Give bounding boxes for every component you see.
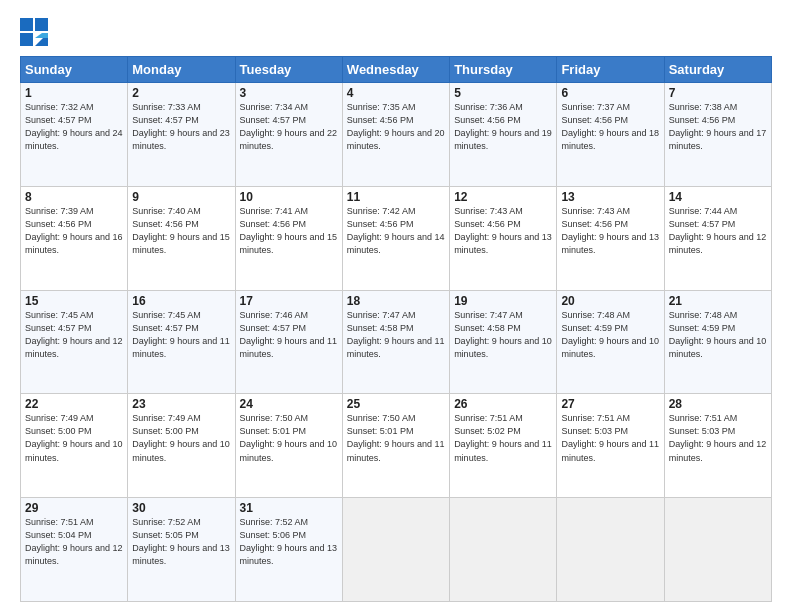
day-number: 27 [561,397,659,411]
calendar-cell: 20Sunrise: 7:48 AMSunset: 4:59 PMDayligh… [557,290,664,394]
calendar-cell: 5Sunrise: 7:36 AMSunset: 4:56 PMDaylight… [450,83,557,187]
day-number: 24 [240,397,338,411]
day-number: 4 [347,86,445,100]
day-number: 20 [561,294,659,308]
cell-info: Sunrise: 7:44 AMSunset: 4:57 PMDaylight:… [669,205,767,257]
calendar-cell: 12Sunrise: 7:43 AMSunset: 4:56 PMDayligh… [450,186,557,290]
cell-info: Sunrise: 7:50 AMSunset: 5:01 PMDaylight:… [347,412,445,464]
cell-info: Sunrise: 7:40 AMSunset: 4:56 PMDaylight:… [132,205,230,257]
day-number: 12 [454,190,552,204]
svg-rect-1 [35,18,48,31]
cell-info: Sunrise: 7:43 AMSunset: 4:56 PMDaylight:… [561,205,659,257]
day-number: 17 [240,294,338,308]
logo [20,18,52,46]
cell-info: Sunrise: 7:49 AMSunset: 5:00 PMDaylight:… [132,412,230,464]
calendar-cell [450,498,557,602]
calendar-cell: 15Sunrise: 7:45 AMSunset: 4:57 PMDayligh… [21,290,128,394]
cell-info: Sunrise: 7:39 AMSunset: 4:56 PMDaylight:… [25,205,123,257]
day-header-saturday: Saturday [664,57,771,83]
calendar-cell: 22Sunrise: 7:49 AMSunset: 5:00 PMDayligh… [21,394,128,498]
day-number: 23 [132,397,230,411]
cell-info: Sunrise: 7:45 AMSunset: 4:57 PMDaylight:… [132,309,230,361]
logo-icon [20,18,48,46]
day-header-monday: Monday [128,57,235,83]
calendar-cell: 30Sunrise: 7:52 AMSunset: 5:05 PMDayligh… [128,498,235,602]
calendar-week-1: 1Sunrise: 7:32 AMSunset: 4:57 PMDaylight… [21,83,772,187]
day-number: 9 [132,190,230,204]
calendar-week-2: 8Sunrise: 7:39 AMSunset: 4:56 PMDaylight… [21,186,772,290]
calendar-cell: 23Sunrise: 7:49 AMSunset: 5:00 PMDayligh… [128,394,235,498]
calendar-table: SundayMondayTuesdayWednesdayThursdayFrid… [20,56,772,602]
cell-info: Sunrise: 7:34 AMSunset: 4:57 PMDaylight:… [240,101,338,153]
calendar-week-5: 29Sunrise: 7:51 AMSunset: 5:04 PMDayligh… [21,498,772,602]
day-number: 13 [561,190,659,204]
svg-rect-2 [20,33,33,46]
calendar-cell [342,498,449,602]
calendar-cell: 7Sunrise: 7:38 AMSunset: 4:56 PMDaylight… [664,83,771,187]
calendar-cell: 26Sunrise: 7:51 AMSunset: 5:02 PMDayligh… [450,394,557,498]
day-number: 22 [25,397,123,411]
cell-info: Sunrise: 7:35 AMSunset: 4:56 PMDaylight:… [347,101,445,153]
day-number: 25 [347,397,445,411]
calendar-cell: 17Sunrise: 7:46 AMSunset: 4:57 PMDayligh… [235,290,342,394]
calendar-cell: 31Sunrise: 7:52 AMSunset: 5:06 PMDayligh… [235,498,342,602]
cell-info: Sunrise: 7:48 AMSunset: 4:59 PMDaylight:… [669,309,767,361]
day-number: 26 [454,397,552,411]
calendar-cell: 4Sunrise: 7:35 AMSunset: 4:56 PMDaylight… [342,83,449,187]
day-number: 10 [240,190,338,204]
calendar-cell: 6Sunrise: 7:37 AMSunset: 4:56 PMDaylight… [557,83,664,187]
day-number: 15 [25,294,123,308]
calendar-cell: 24Sunrise: 7:50 AMSunset: 5:01 PMDayligh… [235,394,342,498]
cell-info: Sunrise: 7:46 AMSunset: 4:57 PMDaylight:… [240,309,338,361]
day-number: 7 [669,86,767,100]
cell-info: Sunrise: 7:42 AMSunset: 4:56 PMDaylight:… [347,205,445,257]
cell-info: Sunrise: 7:43 AMSunset: 4:56 PMDaylight:… [454,205,552,257]
day-number: 8 [25,190,123,204]
day-number: 6 [561,86,659,100]
cell-info: Sunrise: 7:50 AMSunset: 5:01 PMDaylight:… [240,412,338,464]
calendar-cell [557,498,664,602]
calendar-header-row: SundayMondayTuesdayWednesdayThursdayFrid… [21,57,772,83]
day-number: 16 [132,294,230,308]
calendar-cell: 9Sunrise: 7:40 AMSunset: 4:56 PMDaylight… [128,186,235,290]
day-number: 21 [669,294,767,308]
calendar-week-4: 22Sunrise: 7:49 AMSunset: 5:00 PMDayligh… [21,394,772,498]
day-number: 11 [347,190,445,204]
svg-marker-4 [35,33,48,38]
calendar-cell: 2Sunrise: 7:33 AMSunset: 4:57 PMDaylight… [128,83,235,187]
cell-info: Sunrise: 7:49 AMSunset: 5:00 PMDaylight:… [25,412,123,464]
day-number: 1 [25,86,123,100]
calendar-cell: 21Sunrise: 7:48 AMSunset: 4:59 PMDayligh… [664,290,771,394]
calendar-cell: 25Sunrise: 7:50 AMSunset: 5:01 PMDayligh… [342,394,449,498]
cell-info: Sunrise: 7:47 AMSunset: 4:58 PMDaylight:… [347,309,445,361]
calendar-page: SundayMondayTuesdayWednesdayThursdayFrid… [0,0,792,612]
day-number: 30 [132,501,230,515]
day-number: 31 [240,501,338,515]
calendar-cell: 14Sunrise: 7:44 AMSunset: 4:57 PMDayligh… [664,186,771,290]
day-header-tuesday: Tuesday [235,57,342,83]
day-number: 19 [454,294,552,308]
calendar-cell: 19Sunrise: 7:47 AMSunset: 4:58 PMDayligh… [450,290,557,394]
calendar-cell: 1Sunrise: 7:32 AMSunset: 4:57 PMDaylight… [21,83,128,187]
calendar-cell: 29Sunrise: 7:51 AMSunset: 5:04 PMDayligh… [21,498,128,602]
cell-info: Sunrise: 7:36 AMSunset: 4:56 PMDaylight:… [454,101,552,153]
calendar-cell: 11Sunrise: 7:42 AMSunset: 4:56 PMDayligh… [342,186,449,290]
day-header-friday: Friday [557,57,664,83]
day-number: 18 [347,294,445,308]
calendar-cell: 28Sunrise: 7:51 AMSunset: 5:03 PMDayligh… [664,394,771,498]
calendar-week-3: 15Sunrise: 7:45 AMSunset: 4:57 PMDayligh… [21,290,772,394]
day-number: 29 [25,501,123,515]
calendar-cell: 18Sunrise: 7:47 AMSunset: 4:58 PMDayligh… [342,290,449,394]
day-number: 3 [240,86,338,100]
cell-info: Sunrise: 7:51 AMSunset: 5:03 PMDaylight:… [561,412,659,464]
cell-info: Sunrise: 7:33 AMSunset: 4:57 PMDaylight:… [132,101,230,153]
calendar-cell: 10Sunrise: 7:41 AMSunset: 4:56 PMDayligh… [235,186,342,290]
day-number: 5 [454,86,552,100]
calendar-cell: 13Sunrise: 7:43 AMSunset: 4:56 PMDayligh… [557,186,664,290]
cell-info: Sunrise: 7:38 AMSunset: 4:56 PMDaylight:… [669,101,767,153]
svg-rect-0 [20,18,33,31]
cell-info: Sunrise: 7:52 AMSunset: 5:06 PMDaylight:… [240,516,338,568]
cell-info: Sunrise: 7:48 AMSunset: 4:59 PMDaylight:… [561,309,659,361]
day-header-wednesday: Wednesday [342,57,449,83]
day-number: 28 [669,397,767,411]
